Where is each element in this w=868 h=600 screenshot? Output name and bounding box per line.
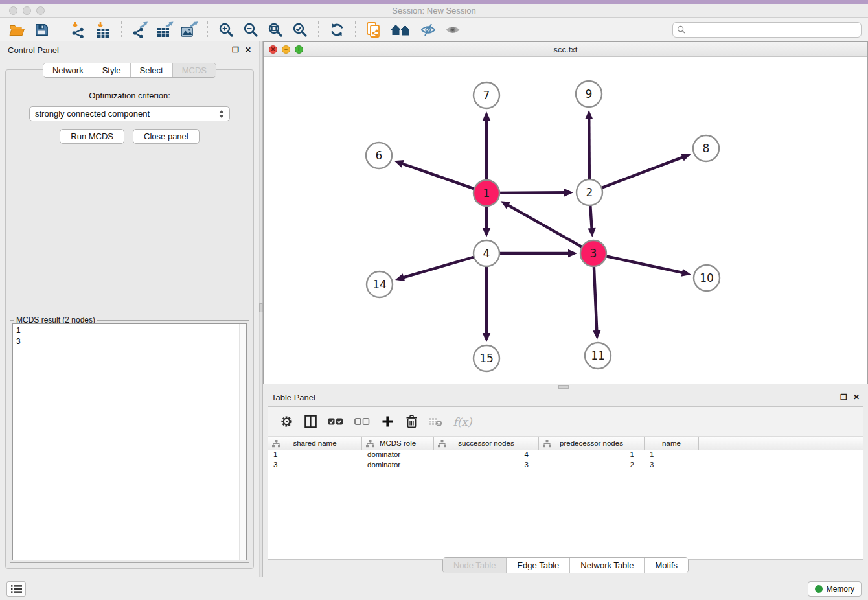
deselect-all-button[interactable] bbox=[354, 415, 371, 429]
home-button[interactable] bbox=[388, 20, 414, 40]
column-header[interactable]: predecessor nodes bbox=[539, 437, 645, 450]
close-table-panel-icon[interactable]: ✕ bbox=[853, 393, 860, 401]
home-icon bbox=[389, 23, 413, 37]
network-canvas[interactable]: 1234678910111415 bbox=[264, 57, 867, 384]
show-columns-button[interactable] bbox=[303, 415, 317, 429]
table-cell[interactable]: 1 bbox=[645, 450, 699, 461]
zoom-out-button[interactable] bbox=[240, 20, 261, 40]
column-header-label: name bbox=[662, 439, 681, 447]
export-table-button[interactable] bbox=[154, 20, 175, 40]
tab-mcds[interactable]: MCDS bbox=[173, 63, 216, 77]
table-cell[interactable]: 1 bbox=[539, 450, 645, 461]
table-header-row: shared nameMCDS rolesuccessor nodesprede… bbox=[268, 436, 863, 450]
graph-edge[interactable] bbox=[507, 205, 584, 248]
open-session-button[interactable] bbox=[6, 20, 27, 40]
table-cell[interactable]: 3 bbox=[645, 461, 699, 471]
graph-edge[interactable] bbox=[594, 264, 597, 332]
horizontal-divider-grip[interactable] bbox=[558, 385, 569, 389]
delete-table-icon bbox=[428, 417, 442, 427]
graph-node-label: 6 bbox=[376, 149, 383, 162]
delete-table-button[interactable] bbox=[428, 415, 442, 429]
column-header-label: successor nodes bbox=[458, 439, 514, 447]
search-input[interactable] bbox=[688, 25, 857, 34]
optimization-select[interactable]: strongly connected component bbox=[29, 106, 230, 121]
graph-edge[interactable] bbox=[403, 257, 476, 278]
delete-row-button[interactable] bbox=[404, 415, 418, 429]
mcds-result-text[interactable]: 1 3 bbox=[12, 323, 247, 560]
apply-function-button[interactable]: f(x) bbox=[452, 415, 473, 429]
function-icon: f(x) bbox=[453, 415, 472, 428]
export-network-button[interactable] bbox=[130, 20, 150, 40]
graph-edge-arrowhead bbox=[483, 333, 490, 342]
tab-motifs[interactable]: Motifs bbox=[645, 558, 688, 573]
zoom-fit-button[interactable] bbox=[265, 20, 286, 40]
graph-edge-arrowhead bbox=[681, 154, 691, 161]
divider-grip[interactable] bbox=[259, 303, 263, 312]
import-table-button[interactable] bbox=[93, 20, 113, 40]
graph-edge[interactable] bbox=[402, 163, 476, 189]
horizontal-divider[interactable] bbox=[263, 384, 868, 389]
tab-edge-table[interactable]: Edge Table bbox=[507, 558, 570, 573]
table-settings-button[interactable] bbox=[279, 415, 293, 429]
tab-node-table[interactable]: Node Table bbox=[443, 558, 507, 573]
table-cell[interactable]: 3 bbox=[434, 461, 539, 471]
table-cell[interactable]: 2 bbox=[539, 461, 645, 471]
memory-button[interactable]: Memory bbox=[808, 581, 862, 597]
column-header[interactable]: shared name bbox=[268, 437, 362, 450]
run-mcds-button[interactable]: Run MCDS bbox=[60, 129, 124, 144]
column-header[interactable]: MCDS role bbox=[362, 437, 434, 450]
network-window-titlebar: ✕ − + scc.txt bbox=[264, 42, 867, 57]
table-tabs: Node Table Edge Table Network Table Moti… bbox=[442, 557, 689, 573]
tab-style[interactable]: Style bbox=[93, 63, 131, 77]
table-cell[interactable]: dominator bbox=[362, 450, 434, 461]
hide-selected-button[interactable] bbox=[418, 20, 439, 40]
graph-edge[interactable] bbox=[589, 118, 589, 181]
tab-select[interactable]: Select bbox=[131, 63, 173, 77]
graph-node-label: 11 bbox=[591, 349, 605, 362]
tab-network[interactable]: Network bbox=[43, 63, 93, 77]
graph-edge[interactable] bbox=[497, 192, 565, 193]
graph-edge[interactable] bbox=[600, 157, 683, 189]
zoom-in-icon bbox=[218, 22, 234, 38]
network-from-clipboard-button[interactable] bbox=[363, 20, 384, 40]
zoom-in-button[interactable] bbox=[216, 20, 236, 40]
table-toolbar: f(x) bbox=[268, 407, 863, 436]
close-panel-button[interactable]: Close panel bbox=[133, 129, 200, 144]
select-stepper-icon bbox=[219, 110, 224, 118]
save-session-button[interactable] bbox=[31, 20, 52, 40]
select-all-button[interactable] bbox=[327, 415, 344, 429]
window-titlebar: Session: New Session bbox=[0, 4, 868, 18]
table-cell[interactable]: 3 bbox=[268, 461, 362, 471]
table-cell[interactable]: dominator bbox=[362, 461, 434, 471]
float-panel-icon[interactable]: ❒ bbox=[232, 46, 239, 54]
graph-edge[interactable] bbox=[604, 256, 683, 273]
float-table-panel-icon[interactable]: ❒ bbox=[840, 393, 847, 401]
zoom-out-icon bbox=[243, 22, 258, 38]
result-scrollbar[interactable] bbox=[239, 324, 246, 560]
import-network-icon bbox=[70, 21, 87, 38]
network-window-title: scc.txt bbox=[264, 45, 867, 54]
tab-network-table[interactable]: Network Table bbox=[570, 558, 645, 573]
table-row[interactable]: 3dominator323 bbox=[268, 461, 863, 471]
hierarchy-icon bbox=[366, 440, 374, 448]
export-image-button[interactable] bbox=[179, 20, 200, 40]
close-panel-icon[interactable]: ✕ bbox=[245, 46, 251, 54]
zoom-selected-button[interactable] bbox=[290, 20, 310, 40]
table-body: 1dominator4113dominator323 bbox=[268, 450, 863, 471]
table-cell[interactable]: 4 bbox=[434, 450, 539, 461]
column-header[interactable]: successor nodes bbox=[434, 437, 539, 450]
export-image-icon bbox=[180, 21, 198, 38]
task-history-button[interactable] bbox=[6, 581, 26, 597]
graph-edge[interactable] bbox=[590, 203, 592, 229]
column-header-label: MCDS role bbox=[380, 439, 416, 447]
show-all-button[interactable] bbox=[442, 20, 463, 40]
refresh-button[interactable] bbox=[326, 20, 347, 40]
table-row[interactable]: 1dominator411 bbox=[268, 450, 863, 461]
graph-node-label: 4 bbox=[483, 247, 490, 260]
table-cell[interactable]: 1 bbox=[268, 450, 362, 461]
column-header[interactable]: name bbox=[645, 437, 699, 450]
add-row-button[interactable] bbox=[380, 415, 394, 429]
import-network-button[interactable] bbox=[68, 20, 89, 40]
zoom-fit-icon bbox=[268, 22, 283, 38]
control-panel-tabs: Network Style Select MCDS bbox=[43, 63, 216, 78]
